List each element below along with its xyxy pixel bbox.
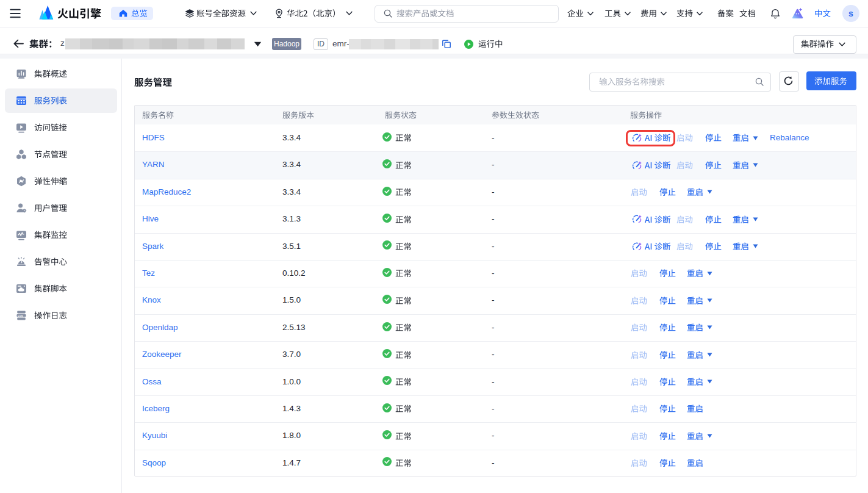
svg-text:LOG: LOG	[18, 315, 23, 317]
